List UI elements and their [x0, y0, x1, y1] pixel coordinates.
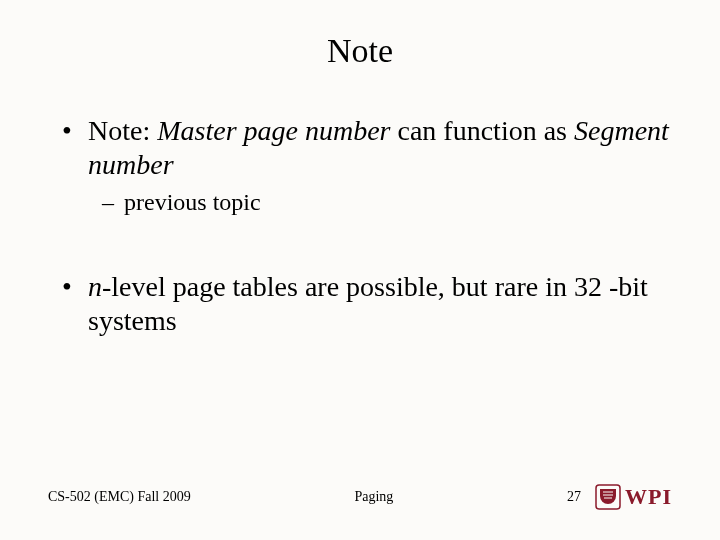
wpi-logo: WPI: [595, 484, 672, 510]
page-number: 27: [567, 489, 581, 505]
footer: CS-502 (EMC) Fall 2009 Paging 27 WPI: [0, 484, 720, 510]
footer-center: Paging: [181, 489, 567, 505]
footer-right: 27 WPI: [567, 484, 672, 510]
bullet-list-2: n-level page tables are possible, but ra…: [48, 270, 672, 338]
bullet1-prefix: Note:: [88, 115, 157, 146]
bullet-list: Note: Master page number can function as…: [48, 114, 672, 218]
bullet2-rest: -level page tables are possible, but rar…: [88, 271, 648, 336]
slide-title: Note: [48, 32, 672, 70]
bullet-item-1: Note: Master page number can function as…: [62, 114, 672, 218]
sub-item-1: previous topic: [102, 188, 672, 217]
wpi-text: WPI: [625, 484, 672, 510]
footer-left: CS-502 (EMC) Fall 2009: [48, 489, 191, 505]
bullet1-italic-1: Master page number: [157, 115, 390, 146]
bullet-item-2: n-level page tables are possible, but ra…: [62, 270, 672, 338]
bullet1-mid: can function as: [391, 115, 575, 146]
slide: Note Note: Master page number can functi…: [0, 0, 720, 540]
spacer: [48, 230, 672, 270]
seal-icon: [595, 484, 621, 510]
bullet2-italic: n: [88, 271, 102, 302]
sub-list: previous topic: [88, 188, 672, 217]
